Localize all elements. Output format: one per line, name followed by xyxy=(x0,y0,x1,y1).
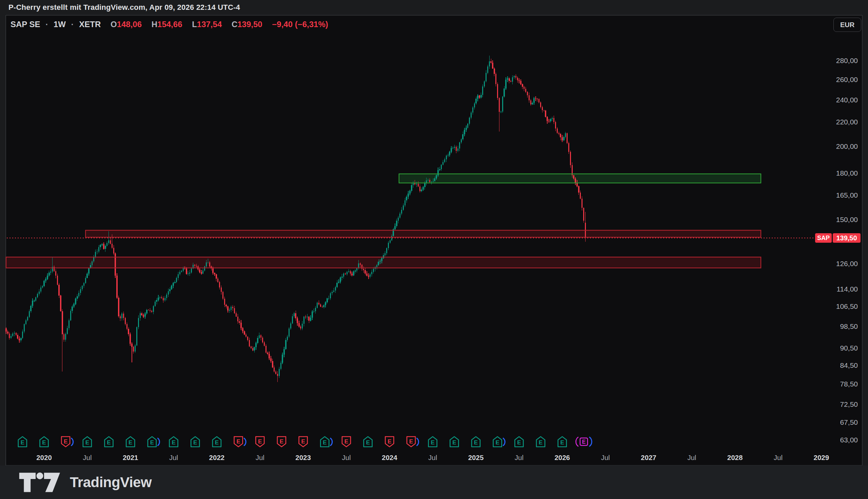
time-axis-label: 2023 xyxy=(295,453,311,461)
open-value: 148,06 xyxy=(117,20,142,29)
change-value: −9,40 (−6,31%) xyxy=(272,20,328,29)
svg-text:E: E xyxy=(301,438,305,445)
svg-text:E: E xyxy=(215,439,219,446)
open-label: O xyxy=(111,20,117,29)
svg-text:E: E xyxy=(85,439,89,446)
price-axis-label: 98,50 xyxy=(840,322,858,330)
time-axis-label: 2027 xyxy=(641,453,657,461)
price-axis-label: 260,00 xyxy=(836,76,858,83)
chart-background xyxy=(6,15,862,465)
legend-separator: · xyxy=(71,20,74,29)
close-label: C xyxy=(232,20,237,29)
time-axis-label: 2022 xyxy=(209,453,225,461)
close-value: 139,50 xyxy=(237,20,262,29)
price-axis-label: 165,00 xyxy=(836,191,858,199)
svg-text:E: E xyxy=(107,439,111,446)
svg-text:E: E xyxy=(258,438,262,445)
svg-text:E: E xyxy=(517,439,521,446)
time-axis-label: Jul xyxy=(601,453,610,461)
time-axis-label: Jul xyxy=(169,453,178,461)
svg-text:E: E xyxy=(344,438,348,445)
candlestick-chart: 280,00260,00240,00220,00200,00180,00165,… xyxy=(0,0,868,499)
svg-text:E: E xyxy=(474,439,478,446)
price-axis-label: 150,00 xyxy=(836,216,858,223)
svg-text:E: E xyxy=(539,439,542,446)
symbol-name[interactable]: SAP SE xyxy=(11,20,40,29)
price-axis-label: 78,50 xyxy=(840,380,858,388)
exchange-label: XETR xyxy=(79,20,101,29)
legend-separator: · xyxy=(46,20,48,29)
price-axis-label: 67,50 xyxy=(840,418,858,426)
time-axis-label: 2029 xyxy=(814,453,829,461)
time-axis-label: Jul xyxy=(342,453,351,461)
time-axis-label: 2026 xyxy=(554,453,570,461)
svg-text:E: E xyxy=(280,438,283,445)
svg-text:E: E xyxy=(236,438,240,445)
time-axis-label: 2024 xyxy=(382,453,398,461)
svg-text:E: E xyxy=(193,439,197,446)
svg-text:E: E xyxy=(582,439,586,445)
price-axis-label: 220,00 xyxy=(836,118,858,126)
time-axis-label: Jul xyxy=(687,453,696,461)
price-axis-label: 200,00 xyxy=(836,142,858,150)
resistance-zone-red-thin[interactable] xyxy=(85,230,761,237)
high-value: 154,66 xyxy=(157,20,182,29)
price-line-symbol-tag: SAP xyxy=(815,233,832,243)
tradingview-logo-icon[interactable] xyxy=(19,472,61,493)
svg-text:E: E xyxy=(388,438,391,445)
svg-text:E: E xyxy=(172,439,175,446)
low-label: L xyxy=(192,20,197,29)
last-price-tag: 139,50 xyxy=(833,233,860,243)
price-axis-label: 72,50 xyxy=(840,400,858,408)
price-axis-label: 84,50 xyxy=(840,361,858,369)
time-axis-label: Jul xyxy=(428,453,437,461)
price-axis-label: 90,50 xyxy=(840,344,858,352)
price-axis-label: 126,00 xyxy=(836,260,858,267)
time-axis-label: Jul xyxy=(774,453,783,461)
svg-text:E: E xyxy=(431,439,434,446)
currency-button[interactable]: EUR xyxy=(833,17,861,32)
svg-text:E: E xyxy=(21,439,24,446)
price-axis-label: 240,00 xyxy=(836,96,858,104)
svg-text:E: E xyxy=(150,439,154,446)
svg-text:E: E xyxy=(366,439,370,446)
time-axis-label: 2021 xyxy=(123,453,138,461)
time-axis-label: Jul xyxy=(83,453,91,461)
svg-text:E: E xyxy=(409,438,413,445)
interval-label[interactable]: 1W xyxy=(53,20,66,29)
svg-text:E: E xyxy=(129,439,132,446)
svg-text:E: E xyxy=(42,439,46,446)
high-label: H xyxy=(151,20,157,29)
time-axis-label: 2020 xyxy=(36,453,52,461)
price-axis-label: 106,50 xyxy=(836,302,858,310)
snapshot-footer: TradingView xyxy=(0,465,868,499)
time-axis-label: Jul xyxy=(515,453,524,461)
svg-text:E: E xyxy=(323,439,327,446)
tradingview-snapshot: P-Cherry erstellt mit TradingView.com, A… xyxy=(0,0,868,499)
price-axis-label: 180,00 xyxy=(836,169,858,177)
svg-text:E: E xyxy=(452,439,456,446)
price-axis-label: 114,00 xyxy=(836,285,858,293)
svg-text:E: E xyxy=(496,439,499,446)
symbol-legend[interactable]: SAP SE · 1W · XETR O148,06 H154,66 L137,… xyxy=(11,20,328,29)
low-value: 137,54 xyxy=(197,20,222,29)
supply-zone-green[interactable] xyxy=(399,174,761,183)
svg-text:E: E xyxy=(561,439,564,446)
tradingview-brand[interactable]: TradingView xyxy=(70,474,151,490)
time-axis-label: 2028 xyxy=(727,453,743,461)
time-axis-label: Jul xyxy=(256,453,265,461)
time-axis-label: 2025 xyxy=(468,453,484,461)
svg-text:E: E xyxy=(64,438,68,445)
price-axis-label: 63,00 xyxy=(840,436,858,444)
price-axis-label: 280,00 xyxy=(836,57,858,64)
